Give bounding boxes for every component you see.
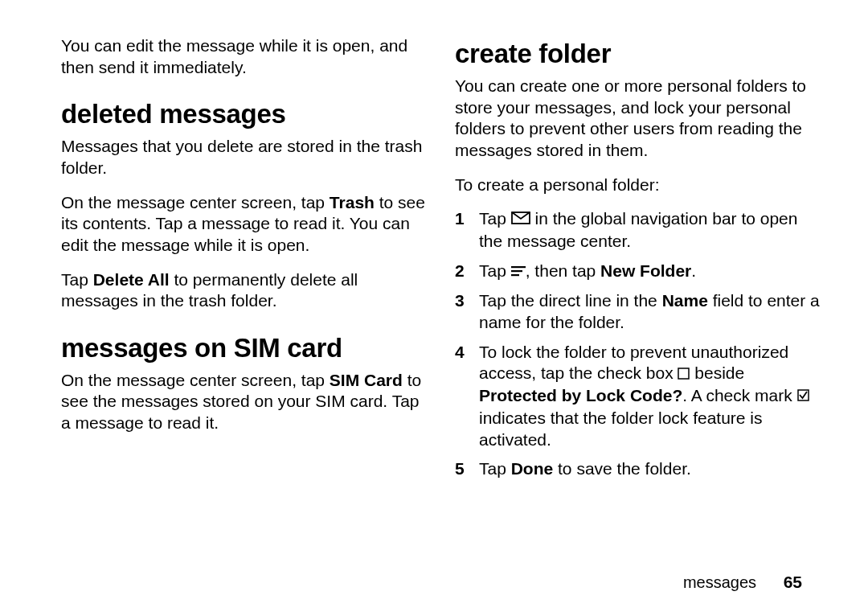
sim-para-1: On the message center screen, tap SIM Ca…	[61, 370, 426, 434]
heading-deleted-messages: deleted messages	[61, 97, 426, 131]
page-content: You can edit the message while it is ope…	[0, 0, 868, 547]
heading-sim-card: messages on SIM card	[61, 331, 426, 365]
bold-trash: Trash	[330, 193, 375, 211]
envelope-icon	[511, 208, 530, 230]
svg-rect-1	[511, 266, 526, 268]
text: Tap	[61, 270, 93, 289]
right-column: create folder You can create one or more…	[455, 35, 820, 531]
checkbox-checked-icon	[797, 385, 809, 407]
step-3: Tap the direct line in the Name field to…	[455, 290, 820, 333]
text: to save the folder.	[553, 459, 691, 478]
text: , then tap	[526, 261, 600, 280]
svg-rect-2	[511, 270, 522, 272]
step-4: To lock the folder to prevent unauthoriz…	[455, 342, 820, 451]
text: indicates that the folder lock feature i…	[479, 409, 763, 449]
text: beside	[690, 363, 744, 382]
text: Tap	[479, 209, 511, 228]
svg-rect-4	[678, 368, 689, 379]
text: On the message center screen, tap	[61, 193, 330, 211]
page-footer: messages 65	[683, 573, 802, 592]
deleted-para-2: On the message center screen, tap Trash …	[61, 192, 426, 257]
deleted-para-3: Tap Delete All to permanently delete all…	[61, 269, 426, 312]
menu-icon	[511, 261, 526, 282]
left-column: You can edit the message while it is ope…	[61, 35, 426, 531]
footer-section: messages	[683, 573, 756, 591]
step-2: Tap , then tap New Folder.	[455, 261, 820, 283]
bold-delete-all: Delete All	[93, 270, 170, 289]
create-para-1: You can create one or more personal fold…	[455, 76, 820, 162]
step-5: Tap Done to save the folder.	[455, 458, 820, 480]
step-1: Tap in the global navigation bar to open…	[455, 208, 820, 252]
deleted-para-1: Messages that you delete are stored in t…	[61, 136, 426, 179]
svg-rect-3	[511, 274, 519, 276]
bold-name: Name	[662, 291, 708, 310]
text: . A check mark	[682, 386, 796, 405]
bold-done: Done	[511, 459, 554, 478]
intro-paragraph: You can edit the message while it is ope…	[61, 35, 426, 78]
text: .	[691, 261, 696, 280]
text: Tap the direct line in the	[479, 291, 662, 310]
text: Tap	[479, 459, 511, 478]
text: Tap	[479, 261, 511, 280]
bold-new-folder: New Folder	[600, 261, 691, 280]
steps-list: Tap in the global navigation bar to open…	[455, 208, 820, 480]
bold-sim-card: SIM Card	[330, 371, 403, 389]
text: On the message center screen, tap	[61, 371, 330, 389]
bold-protected: Protected by Lock Code?	[479, 386, 682, 405]
create-para-2: To create a personal folder:	[455, 175, 820, 196]
heading-create-folder: create folder	[455, 37, 820, 71]
checkbox-empty-icon	[678, 363, 690, 385]
footer-page-number: 65	[784, 573, 802, 591]
